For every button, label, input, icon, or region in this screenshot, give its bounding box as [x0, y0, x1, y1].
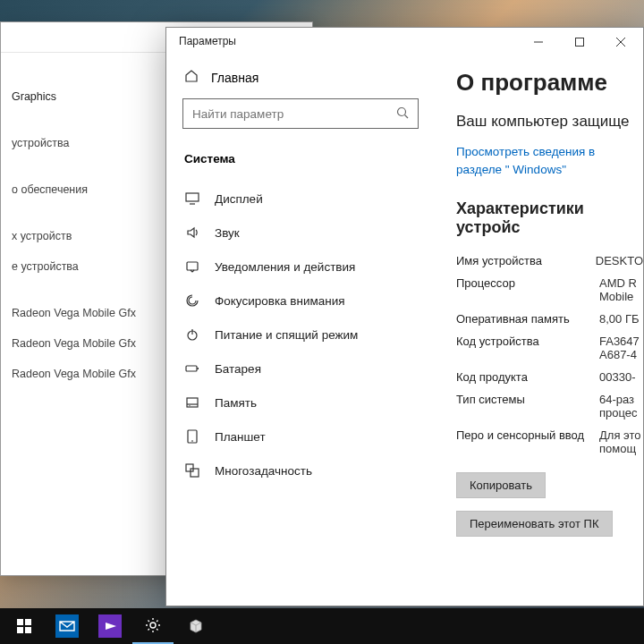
battery-icon — [184, 361, 200, 376]
svg-rect-24 — [55, 614, 79, 638]
taskbar-mail[interactable] — [47, 608, 88, 644]
svg-rect-12 — [198, 368, 199, 369]
spec-key: Перо и сенсорный ввод — [456, 428, 599, 455]
multi-icon — [184, 463, 200, 478]
spec-value: DESKTO — [596, 254, 643, 267]
nav-label: Фокусировка внимания — [215, 294, 345, 308]
spec-key: Процессор — [456, 276, 599, 303]
spec-value: AMD RMobile — [599, 276, 637, 303]
spec-key: Тип системы — [456, 393, 599, 419]
spec-row: Перо и сенсорный вводДля этопомощ — [456, 424, 643, 460]
spec-row: ПроцессорAMD RMobile — [456, 272, 643, 308]
nav-label: Звук — [215, 226, 240, 240]
nav-label: Батарея — [215, 362, 261, 376]
svg-rect-22 — [17, 627, 23, 633]
app-title: Параметры — [179, 35, 236, 47]
section-title: Характеристики устройс — [456, 199, 643, 237]
nav-multi[interactable]: Многозадачность — [182, 453, 419, 487]
nav-display[interactable]: Дисплей — [182, 182, 419, 216]
notify-icon — [184, 259, 200, 274]
search-box[interactable] — [182, 98, 419, 129]
focus-icon — [184, 293, 200, 308]
power-icon — [184, 327, 200, 342]
start-button[interactable] — [4, 608, 45, 644]
nav-label: Питание и спящий режим — [215, 328, 358, 342]
spec-row: Имя устройстваDESKTO — [456, 250, 643, 272]
desktop: Graphics устройства о обеспечения х устр… — [0, 0, 644, 644]
home-label: Главная — [211, 71, 258, 85]
close-button[interactable] — [600, 28, 641, 56]
category-label: Система — [182, 148, 419, 182]
svg-rect-8 — [187, 262, 198, 270]
svg-rect-6 — [186, 193, 199, 201]
spec-value: 8,00 ГБ — [599, 312, 639, 326]
svg-rect-18 — [186, 464, 193, 471]
spec-row: Оперативная память8,00 ГБ — [456, 308, 643, 330]
spec-row: Код устройстваFA3647A687-4 — [456, 330, 643, 366]
svg-rect-1 — [576, 38, 584, 47]
copy-button[interactable]: Копировать — [456, 472, 546, 498]
spec-value: FA3647A687-4 — [599, 335, 640, 361]
minimize-button[interactable] — [518, 28, 559, 56]
sidebar: Главная Система ДисплейЗвукУведомления и… — [166, 56, 435, 606]
nav-label: Память — [215, 396, 257, 410]
search-input[interactable] — [192, 107, 396, 121]
svg-rect-13 — [187, 398, 198, 407]
nav-focus[interactable]: Фокусировка внимания — [182, 284, 419, 318]
taskbar-app[interactable] — [175, 608, 216, 644]
svg-point-26 — [150, 623, 156, 628]
titlebar[interactable]: Параметры — [166, 28, 643, 56]
spec-key: Имя устройства — [456, 254, 596, 267]
spec-row: Тип системы64-разпроцес — [456, 388, 643, 424]
page-title: О программе — [456, 69, 643, 97]
spec-key: Оперативная память — [456, 312, 599, 326]
spec-key: Код устройства — [456, 335, 599, 361]
nav-label: Планшет — [215, 430, 266, 444]
taskbar-media[interactable] — [89, 608, 131, 644]
home-link[interactable]: Главная — [182, 60, 419, 98]
security-link[interactable]: Просмотреть сведения в разделе " Windows… — [456, 143, 643, 180]
nav-label: Дисплей — [215, 192, 263, 206]
svg-rect-20 — [17, 619, 23, 625]
storage-icon — [184, 395, 200, 410]
tablet-icon — [184, 429, 200, 444]
display-icon — [184, 191, 200, 206]
home-icon — [184, 69, 199, 86]
settings-window: Параметры Главная Система — [165, 27, 644, 606]
taskbar-settings[interactable] — [132, 608, 174, 644]
spec-value: 64-разпроцес — [599, 393, 638, 419]
svg-rect-23 — [25, 627, 31, 633]
spec-value: 00330- — [599, 370, 635, 384]
svg-rect-21 — [25, 619, 31, 625]
spec-row: Код продукта00330- — [456, 366, 643, 388]
spec-key: Код продукта — [456, 370, 599, 384]
svg-rect-19 — [191, 469, 199, 477]
nav-label: Уведомления и действия — [215, 260, 355, 274]
search-icon — [396, 106, 409, 122]
svg-point-4 — [398, 107, 406, 115]
page-subtitle: Ваш компьютер защище — [456, 113, 643, 131]
svg-point-15 — [189, 405, 190, 406]
nav-battery[interactable]: Батарея — [182, 352, 419, 386]
nav-label: Многозадачность — [215, 464, 312, 478]
nav-notify[interactable]: Уведомления и действия — [182, 250, 419, 284]
spec-value: Для этопомощ — [599, 428, 640, 455]
nav-tablet[interactable]: Планшет — [182, 419, 419, 453]
nav-power[interactable]: Питание и спящий режим — [182, 318, 419, 352]
content: О программе Ваш компьютер защище Просмот… — [435, 56, 643, 606]
taskbar — [0, 608, 644, 644]
nav-sound[interactable]: Звук — [182, 216, 419, 250]
rename-pc-button[interactable]: Переименовать этот ПК — [456, 511, 613, 537]
nav-storage[interactable]: Память — [182, 386, 419, 419]
svg-rect-11 — [186, 366, 197, 371]
svg-line-5 — [405, 114, 409, 118]
sound-icon — [184, 225, 200, 240]
maximize-button[interactable] — [559, 28, 600, 56]
